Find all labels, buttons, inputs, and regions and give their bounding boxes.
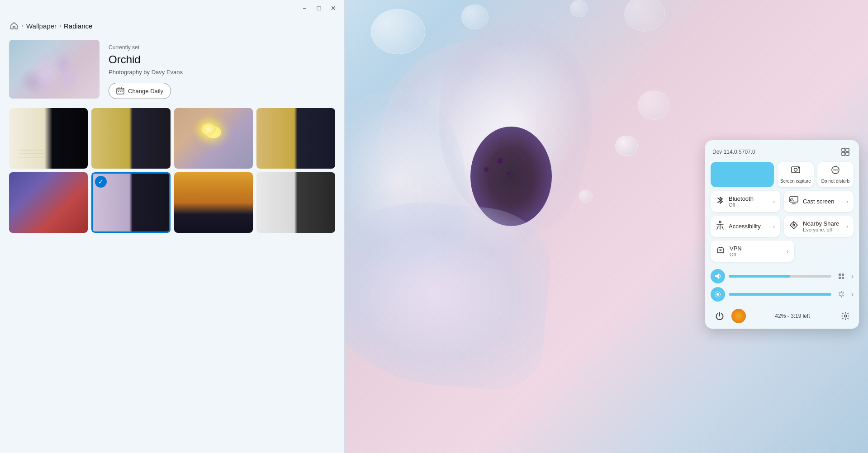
screen-capture-button[interactable]: Screen capture [778,162,814,187]
accessibility-toggle[interactable]: Accessibility › [711,216,780,237]
bluetooth-title: Bluetooth [729,195,754,202]
vpn-icon [716,246,725,256]
volume-row-chevron[interactable]: › [851,272,854,280]
quick-panel-header: Dev 114.0.5707.0 [705,140,859,162]
svg-rect-23 [842,274,844,276]
svg-rect-7 [842,148,845,151]
quick-settings-panel: Dev 114.0.5707.0 Screen [705,140,859,329]
toggle-row-2: Accessibility › Nearby Share Everyone, o… [705,216,859,241]
bluetooth-status: Off [729,202,754,208]
nearby-share-title: Nearby Share [803,220,839,227]
user-avatar[interactable] [731,309,746,323]
accessibility-title: Accessibility [729,223,761,230]
brightness-row-chevron[interactable]: › [851,290,854,298]
brightness-track[interactable] [729,293,831,296]
volume-end-icon[interactable] [835,270,848,283]
current-thumb[interactable] [9,40,100,99]
power-button[interactable] [712,309,727,323]
svg-point-12 [794,168,797,171]
maximize-button[interactable]: □ [313,3,324,14]
wallpaper-grid-item-1[interactable] [9,108,88,169]
minimize-button[interactable]: − [299,3,310,14]
grid-inner-5 [9,172,88,233]
settings-button[interactable] [839,310,852,322]
calendar-icon [116,87,124,95]
panel-expand-icon[interactable] [839,146,852,158]
spot [484,167,489,172]
breadcrumb-radiance: Radiance [64,22,92,30]
bluetooth-toggle-left: Bluetooth Off [716,195,754,208]
cast-screen-toggle[interactable]: Cast screen › [784,191,854,212]
svg-line-32 [720,296,721,297]
water-drop [615,136,638,156]
sliders-section: › [705,265,859,305]
vpn-text: VPN Off [730,245,742,257]
vpn-status: Off [730,252,742,257]
title-bar: − □ ✕ [0,0,344,16]
svg-point-35 [844,315,846,317]
sun-glow [201,123,215,136]
wallpaper-grid-item-5[interactable] [9,172,88,233]
cast-screen-title: Cast screen [803,198,834,205]
app-window: − □ ✕ › Wallpaper › Radiance Currently s… [0,0,345,453]
selected-check-badge: ✓ [95,176,107,188]
home-icon[interactable] [9,21,19,31]
bluetooth-toggle[interactable]: Bluetooth Off › [711,191,780,212]
nearby-share-chevron: › [846,223,848,230]
accessibility-left: Accessibility [716,221,761,232]
currently-set-label: Currently set [109,44,183,51]
volume-slider-row: › [711,269,854,283]
spot [507,172,510,175]
svg-line-34 [720,292,721,293]
wallpaper-grid-item-7[interactable] [174,172,253,233]
wallpaper-grid-item-3[interactable] [174,108,253,169]
panel-header-icons [839,146,852,158]
volume-track[interactable] [729,275,831,278]
svg-point-19 [793,224,795,226]
nearby-share-left: Nearby Share Everyone, off [789,220,839,232]
grid-inner-1 [9,108,88,169]
vpn-toggle[interactable]: VPN Off › [711,241,794,262]
svg-point-21 [720,250,721,251]
quick-big-button[interactable] [711,162,774,187]
wallpaper-grid-item-4[interactable] [256,108,335,169]
close-button[interactable]: ✕ [328,3,339,14]
spot [498,158,503,164]
grid-inner-7 [174,172,253,233]
cast-chevron: › [846,198,848,205]
brightness-end-icon[interactable] [835,288,848,301]
svg-rect-0 [117,88,124,94]
svg-point-18 [719,221,721,223]
cast-screen-text: Cast screen [803,198,834,205]
wallpaper-grid: ✓ [0,108,344,233]
do-not-disturb-icon [830,165,840,177]
cast-screen-left: Cast screen [789,196,834,207]
breadcrumb-wallpaper[interactable]: Wallpaper [26,22,57,30]
screen-capture-label: Screen capture [780,179,811,184]
wallpaper-grid-item-2[interactable] [91,108,170,169]
grid-inner-4 [256,108,335,169]
brightness-icon[interactable] [711,287,725,302]
svg-rect-10 [846,152,849,156]
wallpaper-name: Orchid [109,53,183,66]
wallpaper-grid-item-6[interactable]: ✓ [91,172,170,233]
battery-status: 42% - 3:19 left [775,313,810,319]
current-info: Currently set Orchid Photography by Davy… [109,40,183,99]
toggle-row-vpn: VPN Off › [705,241,859,265]
bluetooth-chevron: › [773,198,775,205]
svg-rect-6 [122,91,123,92]
accessibility-chevron: › [773,223,775,230]
breadcrumb-sep-2: › [59,23,61,29]
vpn-title: VPN [730,245,742,252]
change-daily-button[interactable]: Change Daily [109,83,171,99]
nearby-share-toggle[interactable]: Nearby Share Everyone, off › [784,216,854,237]
cast-icon [789,196,798,207]
quick-panel-top-row: Screen capture Do not disturb [705,162,859,191]
volume-icon[interactable] [711,269,725,283]
svg-line-33 [716,296,716,297]
do-not-disturb-button[interactable]: Do not disturb [817,162,854,187]
breadcrumb-sep-1: › [22,23,24,29]
grid-inner-2 [91,108,170,169]
wallpaper-grid-item-8[interactable] [256,172,335,233]
version-label: Dev 114.0.5707.0 [712,149,755,155]
